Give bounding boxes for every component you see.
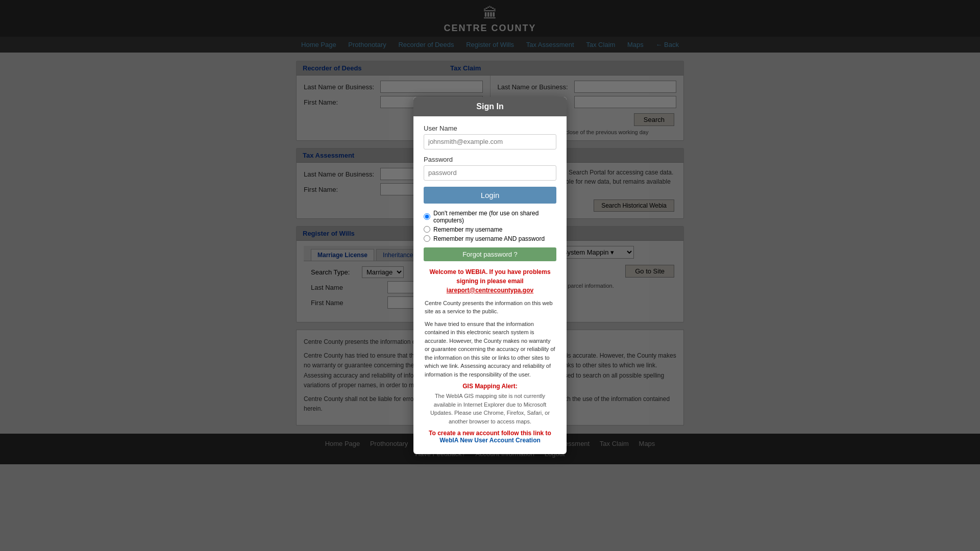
password-label: Password bbox=[424, 156, 556, 163]
gis-alert: GIS Mapping Alert: bbox=[424, 383, 556, 390]
login-button[interactable]: Login bbox=[424, 187, 556, 204]
create-account-text: To create a new account follow this link… bbox=[424, 430, 556, 444]
remember-options: Don't remember me (for use on shared com… bbox=[424, 210, 556, 242]
county-text-1: Centre County presents the information o… bbox=[424, 299, 556, 316]
remember-none-row: Don't remember me (for use on shared com… bbox=[424, 210, 556, 224]
remember-both-label: Remember my username AND password bbox=[433, 235, 545, 242]
remember-username-label: Remember my username bbox=[433, 226, 502, 233]
county-text-2: We have tried to ensure that the informa… bbox=[424, 320, 556, 379]
modal-overlay[interactable]: Sign In User Name Password Login Don't r… bbox=[0, 0, 980, 464]
gis-text: The WebIA GIS mapping site is not curren… bbox=[424, 392, 556, 425]
username-label: User Name bbox=[424, 124, 556, 132]
modal-body: User Name Password Login Don't remember … bbox=[413, 116, 567, 455]
modal-title: Sign In bbox=[413, 97, 567, 116]
remember-both-row: Remember my username AND password bbox=[424, 235, 556, 242]
welcome-email-link[interactable]: iareport@centrecountypa.gov bbox=[447, 287, 533, 294]
welcome-text: Welcome to WEBIA. If you have problems s… bbox=[424, 267, 556, 295]
username-input[interactable] bbox=[424, 134, 556, 149]
remember-both-radio[interactable] bbox=[424, 235, 430, 242]
sign-in-modal: Sign In User Name Password Login Don't r… bbox=[413, 97, 567, 455]
forgot-password-button[interactable]: Forgot password ? bbox=[424, 247, 556, 261]
password-input[interactable] bbox=[424, 165, 556, 181]
remember-username-radio[interactable] bbox=[424, 226, 430, 233]
create-account-link[interactable]: WebIA New User Account Creation bbox=[439, 437, 541, 444]
remember-username-row: Remember my username bbox=[424, 226, 556, 233]
remember-none-label: Don't remember me (for use on shared com… bbox=[433, 210, 556, 224]
remember-none-radio[interactable] bbox=[424, 213, 430, 220]
